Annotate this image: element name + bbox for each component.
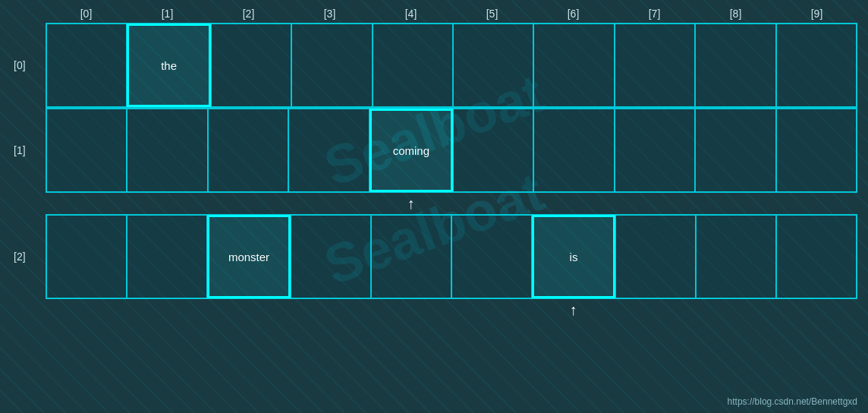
- col-header: [0]: [46, 8, 127, 20]
- cell-1-7: [615, 109, 695, 192]
- cell-2-3: [291, 215, 371, 298]
- cell-0-6: [533, 24, 614, 107]
- row-container-0: [0]the: [11, 23, 857, 108]
- arrow-container-2: ↑: [46, 299, 857, 320]
- cell-0-9: [776, 24, 857, 107]
- col-header: [9]: [776, 8, 857, 20]
- cell-2-2: monster: [207, 215, 291, 298]
- cell-0-3: [291, 24, 372, 107]
- arrow-cell-1-2: [208, 193, 289, 214]
- cell-0-1: the: [127, 24, 210, 107]
- row-container-1: [1]coming: [11, 108, 857, 193]
- arrow-cell-2-0: [46, 299, 127, 320]
- cell-2-6: is: [532, 215, 615, 298]
- col-header: [5]: [451, 8, 533, 20]
- arrow-cell-1-4: ↑: [370, 193, 451, 214]
- grid-row-2: monsteris: [46, 214, 857, 299]
- arrow-cell-1-5: [451, 193, 533, 214]
- row-label-2: [2]: [11, 214, 46, 299]
- row-label-0: [0]: [11, 23, 46, 108]
- cell-1-6: [533, 109, 614, 192]
- arrow-cell-2-1: [127, 299, 208, 320]
- grid-content: [0]the[1]coming↑[2]monsteris↑: [11, 23, 857, 320]
- col-header: [7]: [614, 8, 695, 20]
- arrow-up-icon-2: ↑: [570, 302, 577, 317]
- col-header: [1]: [127, 8, 208, 20]
- cell-0-4: [373, 24, 453, 107]
- arrow-cell-2-8: [695, 299, 776, 320]
- col-header: [3]: [289, 8, 370, 20]
- arrow-cell-2-4: [370, 299, 451, 320]
- arrow-cell-1-1: [127, 193, 208, 214]
- cell-2-5: [451, 215, 532, 298]
- cell-0-0: [46, 24, 127, 107]
- grid-row-0: the: [46, 23, 857, 108]
- arrow-cell-2-6: ↑: [533, 299, 614, 320]
- arrow-cell-2-2: [208, 299, 289, 320]
- arrow-cell-1-0: [46, 193, 127, 214]
- cell-2-4: [371, 215, 451, 298]
- grid-container: [0][1][2][3][4][5][6][7][8][9] [0]the[1]…: [0, 0, 868, 413]
- cell-2-9: [776, 215, 857, 298]
- grid-row-1: coming: [46, 108, 857, 193]
- arrow-cell-2-7: [614, 299, 695, 320]
- arrow-container-1: ↑: [46, 193, 857, 214]
- row-container-2: [2]monsteris: [11, 214, 857, 299]
- copyright: https://blog.csdn.net/Bennettgxd: [728, 396, 857, 407]
- cell-1-8: [695, 109, 775, 192]
- cell-2-8: [696, 215, 776, 298]
- cell-1-4: coming: [370, 109, 453, 192]
- cell-1-0: [46, 109, 127, 192]
- arrow-cell-1-9: [776, 193, 857, 214]
- cell-0-8: [695, 24, 775, 107]
- cell-1-1: [127, 109, 207, 192]
- arrow-cell-1-7: [614, 193, 695, 214]
- arrow-up-icon-1: ↑: [407, 196, 415, 211]
- cell-0-2: [211, 24, 291, 107]
- cell-1-2: [208, 109, 288, 192]
- cell-2-1: [127, 215, 207, 298]
- arrow-cell-1-8: [695, 193, 776, 214]
- arrow-cell-1-6: [533, 193, 614, 214]
- cell-1-5: [453, 109, 533, 192]
- arrow-cell-2-9: [776, 299, 857, 320]
- cell-2-0: [46, 215, 127, 298]
- cell-2-7: [615, 215, 696, 298]
- cell-0-5: [453, 24, 533, 107]
- cell-1-9: [776, 109, 857, 192]
- arrow-cell-2-3: [289, 299, 370, 320]
- arrow-cell-1-3: [289, 193, 370, 214]
- arrow-cell-2-5: [451, 299, 533, 320]
- row-label-1: [1]: [11, 108, 46, 193]
- cell-0-7: [615, 24, 695, 107]
- col-header: [6]: [533, 8, 614, 20]
- col-header: [8]: [695, 8, 776, 20]
- col-header: [4]: [370, 8, 451, 20]
- col-headers: [0][1][2][3][4][5][6][7][8][9]: [46, 8, 857, 20]
- cell-1-3: [288, 109, 369, 192]
- col-header: [2]: [208, 8, 289, 20]
